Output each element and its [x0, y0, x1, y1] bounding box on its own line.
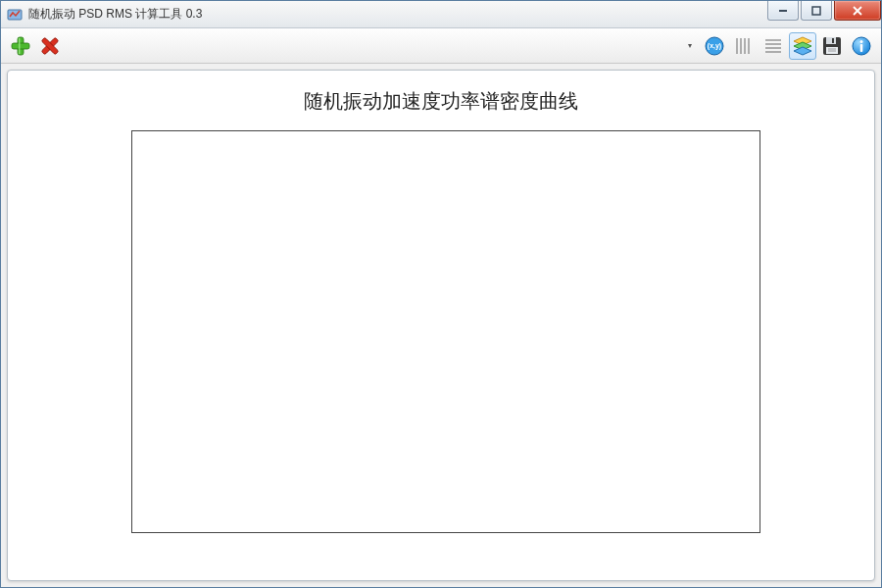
svg-rect-2 [812, 7, 820, 15]
svg-rect-24 [826, 37, 836, 44]
vertical-grid-button[interactable] [730, 32, 758, 60]
close-button[interactable] [834, 1, 881, 21]
maximize-button[interactable] [801, 1, 832, 21]
vertical-lines-icon [733, 35, 755, 57]
layers-icon [791, 34, 814, 58]
minimize-button[interactable] [767, 1, 799, 21]
window-title: 随机振动 PSD RMS 计算工具 0.3 [28, 6, 765, 23]
info-icon [850, 34, 873, 58]
app-window: 随机振动 PSD RMS 计算工具 0.3 [0, 0, 882, 588]
remove-button[interactable] [36, 32, 64, 60]
svg-rect-26 [826, 47, 838, 54]
x-icon [38, 34, 62, 58]
titlebar[interactable]: 随机振动 PSD RMS 计算工具 0.3 [1, 1, 881, 28]
add-button[interactable] [7, 32, 34, 60]
info-button[interactable] [848, 32, 875, 60]
svg-marker-22 [794, 47, 811, 55]
floppy-disk-icon [820, 34, 844, 58]
horizontal-lines-icon [762, 35, 784, 57]
svg-rect-6 [12, 43, 29, 49]
layers-button[interactable] [789, 32, 816, 60]
app-icon [7, 7, 23, 23]
svg-rect-25 [832, 38, 834, 43]
xy-coordinates-button[interactable]: (x,y) [701, 32, 728, 60]
save-button[interactable] [818, 32, 846, 60]
window-controls [765, 1, 881, 27]
svg-text:(x,y): (x,y) [708, 42, 721, 50]
svg-rect-31 [860, 44, 863, 52]
content-area: 随机振动加速度功率谱密度曲线 [1, 64, 881, 587]
chart-title: 随机振动加速度功率谱密度曲线 [33, 88, 849, 115]
dropdown-arrow-icon[interactable]: ▾ [685, 41, 695, 50]
xy-icon: (x,y) [703, 34, 726, 58]
toolbar: ▾ (x,y) [1, 28, 881, 64]
horizontal-grid-button[interactable] [760, 32, 787, 60]
plus-icon [9, 34, 32, 58]
svg-rect-7 [19, 38, 21, 54]
plot-area[interactable] [131, 130, 760, 533]
svg-point-30 [860, 40, 863, 43]
chart-panel: 随机振动加速度功率谱密度曲线 [7, 70, 875, 581]
